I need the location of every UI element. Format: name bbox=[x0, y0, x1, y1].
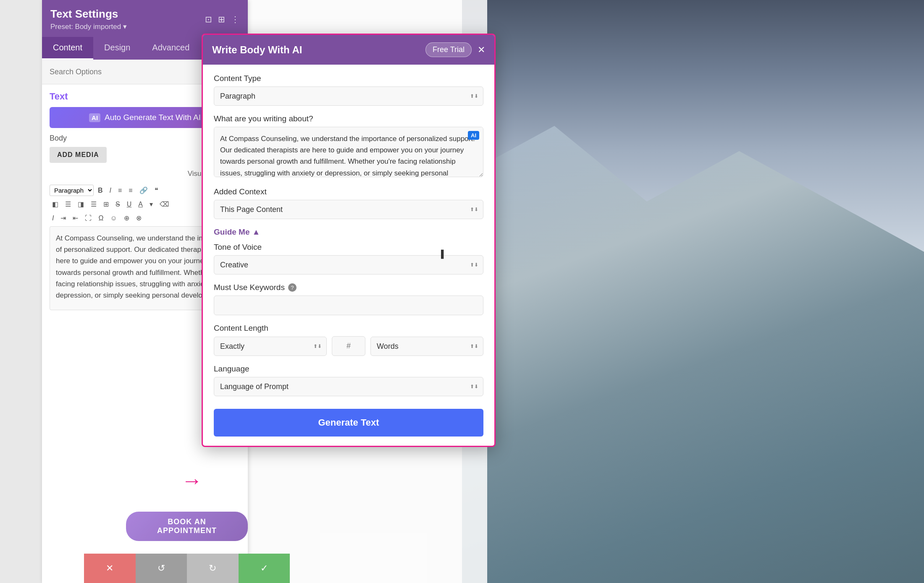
keywords-help-icon[interactable]: ? bbox=[288, 283, 297, 292]
background-landscape bbox=[462, 0, 924, 583]
dialog-close-button[interactable]: ✕ bbox=[478, 44, 485, 55]
list-ul-btn[interactable]: ≡ bbox=[116, 185, 124, 196]
action-bar: ✕ ↺ ↻ ✓ bbox=[84, 554, 290, 583]
guide-me[interactable]: Guide Me ▲ bbox=[214, 227, 483, 237]
more-icon[interactable]: ⋮ bbox=[231, 14, 239, 24]
free-trial-badge[interactable]: Free Trial bbox=[425, 42, 472, 57]
section-title: Text bbox=[50, 91, 68, 102]
content-length-group: Content Length Exactly About At least At… bbox=[214, 324, 483, 356]
tab-design[interactable]: Design bbox=[93, 37, 141, 60]
columns-icon[interactable]: ⊞ bbox=[218, 14, 225, 24]
content-type-group: Content Type Paragraph List Table Headin… bbox=[214, 74, 483, 106]
undo-button[interactable]: ↺ bbox=[136, 554, 187, 583]
bold-btn[interactable]: B bbox=[95, 185, 105, 196]
keywords-label-inner: Must Use Keywords ? bbox=[214, 283, 483, 292]
indent-btn[interactable]: ⇥ bbox=[58, 212, 68, 224]
length-qualifier-wrapper: Exactly About At least At most bbox=[214, 337, 327, 356]
content-type-select[interactable]: Paragraph List Table Heading bbox=[214, 86, 483, 106]
mountain-background bbox=[462, 0, 924, 252]
tone-group: Tone of Voice Creative Professional Casu… bbox=[214, 243, 483, 275]
ai-dialog: Write Body With AI Free Trial ✕ Content … bbox=[202, 34, 496, 447]
ai-dialog-header-right: Free Trial ✕ bbox=[425, 42, 485, 57]
length-number-input[interactable] bbox=[332, 336, 365, 356]
length-unit-select[interactable]: Words Sentences Paragraphs bbox=[370, 337, 483, 356]
link-btn[interactable]: 🔗 bbox=[137, 185, 150, 196]
special-char-btn[interactable]: Ω bbox=[96, 213, 106, 224]
cancel-button[interactable]: ✕ bbox=[84, 554, 136, 583]
panel-subtitle: Preset: Body imported ▾ bbox=[50, 22, 127, 31]
align-right-btn[interactable]: ◨ bbox=[75, 199, 87, 210]
quote-btn[interactable]: ❝ bbox=[152, 185, 161, 196]
keywords-group: Must Use Keywords ? bbox=[214, 283, 483, 315]
arrow-indicator: → bbox=[181, 468, 202, 493]
language-label: Language bbox=[214, 364, 483, 374]
added-context-select-wrapper: This Page Content None Custom bbox=[214, 200, 483, 219]
table-btn[interactable]: ⊞ bbox=[101, 199, 111, 210]
align-center-btn[interactable]: ☰ bbox=[63, 199, 74, 210]
content-type-label: Content Type bbox=[214, 74, 483, 83]
tab-advanced[interactable]: Advanced bbox=[141, 37, 200, 60]
guide-me-arrow: ▲ bbox=[252, 227, 260, 237]
panel-header: Text Settings Preset: Body imported ▾ ⊡ … bbox=[42, 0, 248, 37]
expand-icon[interactable]: ⊡ bbox=[205, 14, 212, 24]
ai-icon: AI bbox=[89, 113, 100, 122]
ai-dialog-title: Write Body With AI bbox=[212, 44, 302, 56]
writing-about-group: What are you writing about? At Compass C… bbox=[214, 114, 483, 179]
add-media-button[interactable]: ADD MEDIA bbox=[50, 147, 107, 163]
language-select[interactable]: Language of Prompt English Spanish Frenc… bbox=[214, 377, 483, 396]
keywords-input[interactable] bbox=[214, 295, 483, 315]
emoji-btn[interactable]: ☺ bbox=[108, 213, 119, 224]
search-input[interactable] bbox=[50, 68, 205, 76]
italic-btn[interactable]: I bbox=[107, 185, 114, 196]
text-color-btn[interactable]: A bbox=[136, 199, 145, 210]
more-format-btn[interactable]: ▾ bbox=[147, 199, 155, 210]
redo-button[interactable]: ↻ bbox=[187, 554, 239, 583]
extra-btn[interactable]: ⊕ bbox=[121, 212, 132, 224]
language-select-wrapper: Language of Prompt English Spanish Frenc… bbox=[214, 377, 483, 396]
writing-about-label: What are you writing about? bbox=[214, 114, 483, 123]
paragraph-select[interactable]: Paragraph bbox=[50, 185, 94, 196]
added-context-select[interactable]: This Page Content None Custom bbox=[214, 200, 483, 219]
panel-title: Text Settings bbox=[50, 8, 127, 21]
keywords-label-text: Must Use Keywords bbox=[214, 283, 285, 292]
keywords-label: Must Use Keywords ? bbox=[214, 283, 483, 292]
ai-dialog-body: Content Type Paragraph List Table Headin… bbox=[203, 65, 494, 446]
ai-textarea-badge: AI bbox=[468, 131, 479, 140]
added-context-label: Added Context bbox=[214, 187, 483, 196]
content-length-row: Exactly About At least At most Words Sen… bbox=[214, 336, 483, 356]
writing-textarea[interactable]: At Compass Counseling, we understand the… bbox=[214, 127, 483, 177]
textarea-wrapper: At Compass Counseling, we understand the… bbox=[214, 127, 483, 179]
tone-select-wrapper: Creative Professional Casual Formal Humo… bbox=[214, 255, 483, 275]
fullscreen-btn[interactable]: ⛶ bbox=[82, 213, 94, 224]
panel-header-info: Text Settings Preset: Body imported ▾ bbox=[50, 8, 127, 31]
language-group: Language Language of Prompt English Span… bbox=[214, 364, 483, 396]
tab-content[interactable]: Content bbox=[42, 37, 93, 60]
generate-text-button[interactable]: Generate Text bbox=[214, 409, 483, 437]
content-length-label: Content Length bbox=[214, 324, 483, 333]
guide-me-text: Guide Me bbox=[214, 227, 250, 237]
list-ol-btn[interactable]: ≡ bbox=[126, 185, 135, 196]
align-justify-btn[interactable]: ☰ bbox=[88, 199, 99, 210]
strikethrough-btn[interactable]: S bbox=[113, 199, 123, 210]
ai-btn-label: Auto Generate Text With AI bbox=[105, 113, 201, 122]
ai-dialog-header: Write Body With AI Free Trial ✕ bbox=[203, 35, 494, 65]
tone-select[interactable]: Creative Professional Casual Formal Humo… bbox=[214, 255, 483, 275]
length-qualifier-select[interactable]: Exactly About At least At most bbox=[214, 337, 327, 356]
underline-btn[interactable]: U bbox=[124, 199, 134, 210]
extra2-btn[interactable]: ⊗ bbox=[134, 212, 144, 224]
outdent-btn[interactable]: ⇤ bbox=[70, 212, 81, 224]
content-type-select-wrapper: Paragraph List Table Heading bbox=[214, 86, 483, 106]
confirm-button[interactable]: ✓ bbox=[239, 554, 290, 583]
align-left-btn[interactable]: ◧ bbox=[50, 199, 61, 210]
panel-header-icons: ⊡ ⊞ ⋮ bbox=[205, 14, 239, 24]
added-context-group: Added Context This Page Content None Cus… bbox=[214, 187, 483, 219]
tone-label: Tone of Voice bbox=[214, 243, 483, 252]
length-unit-wrapper: Words Sentences Paragraphs bbox=[370, 337, 483, 356]
clear-format-btn[interactable]: ⌫ bbox=[157, 199, 172, 210]
book-appointment-button[interactable]: BOOK AN APPOINTMENT bbox=[126, 512, 248, 541]
italic3-btn[interactable]: I bbox=[50, 213, 56, 224]
